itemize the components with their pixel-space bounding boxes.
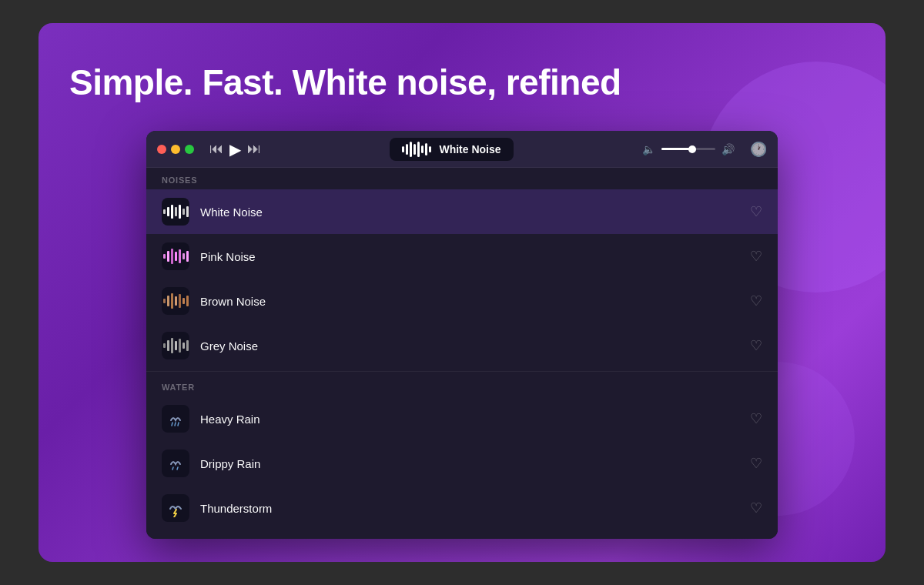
now-playing-title: White Noise — [439, 143, 500, 155]
item-name-drippy-rain: Drippy Rain — [200, 457, 750, 470]
volume-thumb — [688, 145, 696, 153]
item-icon-brown-noise — [162, 287, 189, 315]
section-header-noises: NOISES — [146, 168, 778, 189]
drippy-rain-icon — [166, 454, 185, 473]
waveform-icon — [402, 142, 431, 157]
volume-area: 🔈 🔊 — [642, 143, 735, 155]
headline: Simple. Fast. White noise, refined — [69, 62, 621, 103]
volume-slider[interactable] — [661, 148, 715, 150]
heavy-rain-icon — [166, 410, 185, 428]
list-item-distant-thunder[interactable]: Distant Thunder ♡ — [146, 530, 778, 539]
item-name-pink-noise: Pink Noise — [200, 250, 750, 263]
volume-fill — [661, 148, 691, 150]
waveform-brown — [163, 293, 189, 309]
timer-button[interactable]: 🕐 — [750, 141, 767, 158]
section-divider — [146, 371, 778, 372]
list-item-brown-noise[interactable]: Brown Noise ♡ — [146, 279, 778, 323]
list-item-heavy-rain[interactable]: Heavy Rain ♡ — [146, 396, 778, 441]
list-item-pink-noise[interactable]: Pink Noise ♡ — [146, 234, 778, 279]
rewind-button[interactable]: ⏮ — [209, 141, 223, 157]
svg-line-1 — [175, 423, 176, 426]
list-item-thunderstorm[interactable]: Thunderstorm ♡ — [146, 486, 778, 530]
thunderstorm-icon — [166, 499, 185, 517]
item-icon-white-noise — [162, 198, 189, 226]
svg-line-4 — [177, 467, 178, 470]
volume-high-icon: 🔊 — [721, 143, 735, 155]
close-button[interactable] — [157, 145, 166, 154]
svg-line-2 — [178, 423, 179, 426]
item-icon-drippy-rain — [162, 450, 189, 477]
item-name-heavy-rain: Heavy Rain — [200, 413, 750, 426]
svg-line-3 — [172, 467, 173, 470]
item-name-white-noise: White Noise — [200, 206, 750, 219]
minimize-button[interactable] — [171, 145, 180, 154]
svg-line-0 — [172, 423, 172, 426]
maximize-button[interactable] — [185, 145, 194, 154]
item-icon-heavy-rain — [162, 405, 189, 433]
now-playing-area: White Noise — [270, 138, 633, 161]
waveform-pink — [163, 249, 189, 264]
favorite-heavy-rain[interactable]: ♡ — [750, 410, 762, 427]
list-item-drippy-rain[interactable]: Drippy Rain ♡ — [146, 441, 778, 486]
item-name-thunderstorm: Thunderstorm — [200, 502, 750, 515]
item-name-brown-noise: Brown Noise — [200, 295, 750, 308]
favorite-white-noise[interactable]: ♡ — [750, 203, 762, 220]
waveform-grey — [163, 338, 189, 353]
favorite-grey-noise[interactable]: ♡ — [750, 337, 762, 354]
favorite-pink-noise[interactable]: ♡ — [750, 248, 762, 265]
item-name-grey-noise: Grey Noise — [200, 339, 750, 353]
item-icon-thunderstorm — [162, 494, 189, 522]
volume-low-icon: 🔈 — [642, 143, 655, 155]
transport-controls: ⏮ ▶ ⏭ — [209, 140, 261, 159]
now-playing-pill: White Noise — [390, 138, 513, 161]
play-button[interactable]: ▶ — [229, 140, 241, 159]
content-area: NOISES White Noise ♡ — [146, 168, 778, 539]
title-bar: ⏮ ▶ ⏭ White Noise — [146, 131, 778, 168]
section-header-water: WATER — [146, 375, 778, 396]
forward-button[interactable]: ⏭ — [247, 141, 261, 157]
favorite-thunderstorm[interactable]: ♡ — [750, 500, 762, 516]
favorite-brown-noise[interactable]: ♡ — [750, 292, 762, 309]
item-icon-grey-noise — [162, 332, 189, 359]
item-icon-pink-noise — [162, 242, 189, 270]
traffic-lights — [157, 145, 194, 154]
favorite-drippy-rain[interactable]: ♡ — [750, 455, 762, 472]
promo-container: Simple. Fast. White noise, refined ⏮ ▶ ⏭ — [38, 23, 886, 562]
app-window: ⏮ ▶ ⏭ White Noise — [146, 131, 778, 539]
waveform-white — [163, 205, 189, 219]
list-item-white-noise[interactable]: White Noise ♡ — [146, 189, 778, 234]
list-item-grey-noise[interactable]: Grey Noise ♡ — [146, 323, 778, 368]
